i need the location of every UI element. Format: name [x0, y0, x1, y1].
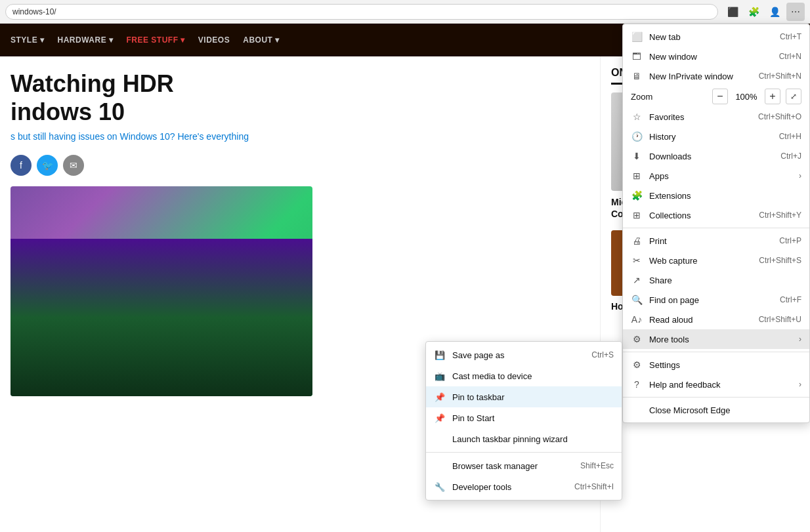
facebook-share-icon[interactable]: f — [11, 155, 32, 176]
zoom-row: Zoom − 100% + ⤢ — [623, 86, 809, 107]
menu-history[interactable]: 🕐 History Ctrl+H — [623, 127, 809, 146]
find-icon: 🔍 — [631, 294, 643, 306]
menu-print[interactable]: 🖨 Print Ctrl+P — [623, 231, 809, 251]
new-window-shortcut: Ctrl+N — [779, 52, 801, 61]
readaloud-label: Read aloud — [649, 315, 752, 325]
menu-collections[interactable]: ⊞ Collections Ctrl+Shift+Y — [623, 205, 809, 225]
savepage-icon: 💾 — [434, 349, 446, 361]
submenu-taskmgr[interactable]: Browser task manager Shift+Esc — [426, 455, 622, 476]
history-label: History — [649, 132, 773, 142]
laptop-image — [11, 186, 312, 396]
new-window-label: New window — [649, 52, 773, 62]
new-tab-shortcut: Ctrl+T — [780, 32, 801, 41]
taskmgr-shortcut: Shift+Esc — [580, 461, 614, 470]
menu-readaloud[interactable]: A♪ Read aloud Ctrl+Shift+U — [623, 310, 809, 329]
readaloud-icon: A♪ — [631, 314, 643, 325]
menu-divider-2 — [623, 352, 809, 352]
collections-icon: ⊞ — [631, 209, 643, 221]
address-bar[interactable]: windows-10/ — [5, 4, 718, 20]
cast-label: Cast media to device — [452, 371, 614, 381]
new-tab-label: New tab — [649, 32, 773, 42]
submenu-divider — [426, 452, 622, 453]
settings-icon: ⚙ — [631, 359, 643, 371]
twitter-share-icon[interactable]: 🐦 — [37, 155, 58, 176]
submenu-savepage[interactable]: 💾 Save page as Ctrl+S — [426, 344, 622, 365]
more-tools-submenu: 💾 Save page as Ctrl+S 📺 Cast media to de… — [425, 341, 622, 501]
zoom-expand-button[interactable]: ⤢ — [786, 89, 801, 104]
window-icon: 🗔 — [631, 51, 643, 62]
menu-favorites[interactable]: ☆ Favorites Ctrl+Shift+O — [623, 107, 809, 127]
submenu-devtools[interactable]: 🔧 Developer tools Ctrl+Shift+I — [426, 476, 622, 497]
menu-divider-1 — [623, 228, 809, 228]
find-label: Find on page — [649, 295, 773, 305]
menu-share[interactable]: ↗ Share — [623, 270, 809, 290]
inprivate-label: New InPrivate window — [649, 72, 752, 81]
pinstart-label: Pin to Start — [452, 413, 614, 423]
apps-label: Apps — [649, 171, 792, 181]
menu-find[interactable]: 🔍 Find on page Ctrl+F — [623, 290, 809, 310]
extensions-label: Extensions — [649, 191, 801, 201]
savepage-label: Save page as — [452, 350, 585, 360]
extension-icon[interactable]: 🧩 — [744, 3, 763, 21]
profile-icon[interactable]: 👤 — [765, 3, 784, 21]
submenu-pinstart[interactable]: 📌 Pin to Start — [426, 407, 622, 428]
webcapture-icon: ✂ — [631, 255, 643, 266]
help-arrow-icon: › — [799, 380, 801, 389]
apps-arrow-icon: › — [799, 171, 801, 180]
menu-apps[interactable]: ⊞ Apps › — [623, 166, 809, 186]
menu-extensions[interactable]: 🧩 Extensions — [623, 186, 809, 205]
zoom-plus-button[interactable]: + — [765, 89, 780, 104]
browser-icons: ⬛ 🧩 👤 ⋯ — [723, 3, 805, 21]
menu-new-tab[interactable]: ⬜ New tab Ctrl+T — [623, 27, 809, 47]
readaloud-shortcut: Ctrl+Shift+U — [759, 315, 801, 324]
menu-moretools[interactable]: ⚙ More tools › — [623, 329, 809, 349]
downloads-icon: ⬇ — [631, 150, 643, 162]
article-title: Watching HDR indows 10 — [11, 70, 589, 126]
taskmgr-icon — [434, 460, 446, 472]
extensions-icon: 🧩 — [631, 190, 643, 201]
nav-hardware[interactable]: HARDWARE ▾ — [58, 35, 114, 45]
inprivate-icon: 🖥 — [631, 70, 643, 82]
menu-icon[interactable]: ⋯ — [786, 3, 805, 21]
article-subtitle: s but still having issues on Windows 10?… — [11, 131, 589, 142]
cast-icon[interactable]: ⬛ — [723, 3, 742, 21]
closeedge-icon — [631, 404, 643, 416]
email-share-icon[interactable]: ✉ — [63, 155, 84, 176]
closeedge-label: Close Microsoft Edge — [649, 405, 801, 415]
print-shortcut: Ctrl+P — [779, 236, 801, 245]
menu-webcapture[interactable]: ✂ Web capture Ctrl+Shift+S — [623, 251, 809, 270]
submenu-pintaskbar[interactable]: 📌 Pin to taskbar — [426, 386, 622, 407]
menu-downloads[interactable]: ⬇ Downloads Ctrl+J — [623, 146, 809, 166]
menu-inprivate[interactable]: 🖥 New InPrivate window Ctrl+Shift+N — [623, 66, 809, 86]
pintaskbar-label: Pin to taskbar — [452, 392, 614, 402]
savepage-shortcut: Ctrl+S — [591, 350, 614, 359]
downloads-shortcut: Ctrl+J — [780, 152, 801, 161]
webcapture-shortcut: Ctrl+Shift+S — [759, 256, 801, 265]
pinwizard-icon — [434, 433, 446, 445]
share-icon: ↗ — [631, 274, 643, 286]
help-label: Help and feedback — [649, 380, 792, 390]
laptop-screen — [11, 239, 312, 396]
submenu-launchpinwizard[interactable]: Launch taskbar pinning wizard — [426, 428, 622, 449]
nav-style[interactable]: STYLE ▾ — [11, 35, 45, 45]
menu-close-edge[interactable]: Close Microsoft Edge — [623, 400, 809, 420]
zoom-minus-button[interactable]: − — [712, 89, 728, 104]
devtools-shortcut: Ctrl+Shift+I — [574, 482, 614, 491]
menu-settings[interactable]: ⚙ Settings — [623, 355, 809, 375]
moretools-label: More tools — [649, 335, 792, 344]
taskmgr-label: Browser task manager — [452, 461, 574, 471]
submenu-cast[interactable]: 📺 Cast media to device — [426, 365, 622, 386]
nav-videos[interactable]: VIDEOS — [198, 35, 230, 45]
menu-help[interactable]: ? Help and feedback › — [623, 375, 809, 394]
zoom-value: 100% — [733, 92, 759, 102]
collections-label: Collections — [649, 211, 752, 220]
tab-icon: ⬜ — [631, 31, 643, 43]
webcapture-label: Web capture — [649, 256, 752, 266]
devtools-icon: 🔧 — [434, 481, 446, 493]
nav-freestuff[interactable]: FREE STUFF ▾ — [127, 35, 185, 45]
pinwizard-label: Launch taskbar pinning wizard — [452, 434, 614, 444]
menu-new-window[interactable]: 🗔 New window Ctrl+N — [623, 47, 809, 66]
moretools-arrow-icon: › — [799, 335, 801, 344]
nav-about[interactable]: ABOUT ▾ — [243, 35, 280, 45]
pinstart-icon: 📌 — [434, 412, 446, 424]
